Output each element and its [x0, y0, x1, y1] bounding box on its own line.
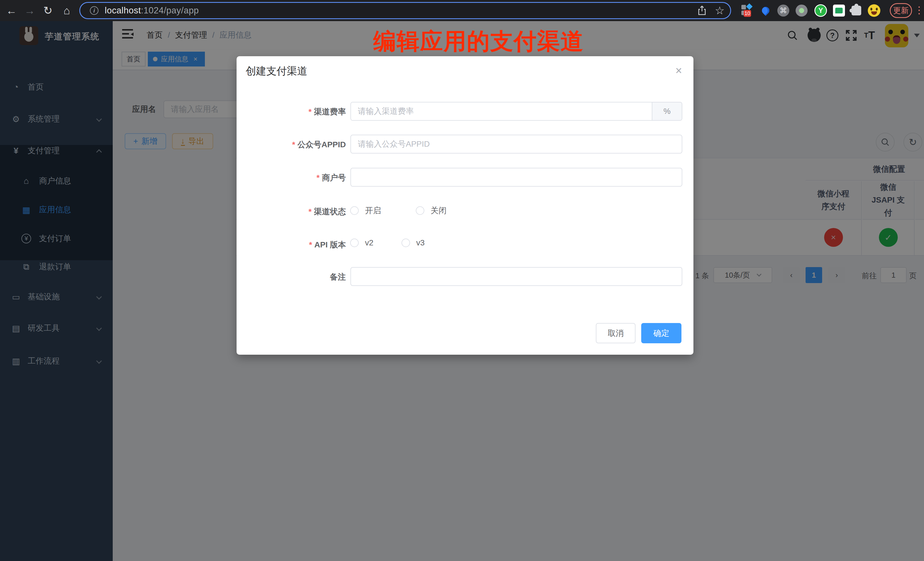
radio-status-closed[interactable] — [416, 206, 424, 215]
browser-home-button[interactable]: ⌂ — [59, 0, 75, 21]
dialog-close-icon[interactable]: × — [675, 65, 682, 76]
share-icon[interactable] — [697, 5, 707, 16]
create-channel-dialog: 创建支付渠道 × *渠道费率 % *公众号APPID *商户号 *渠道状态 开启… — [237, 56, 693, 355]
extension-recorder-icon[interactable] — [795, 4, 808, 17]
browser-reload-button[interactable]: ↻ — [40, 0, 56, 21]
extension-pin-icon[interactable] — [759, 4, 772, 17]
api-label: *API 版本 — [237, 239, 346, 250]
extensions-puzzle-icon[interactable] — [850, 4, 862, 17]
confirm-button[interactable]: 确定 — [641, 323, 681, 343]
mch-input[interactable] — [350, 168, 682, 187]
site-info-icon[interactable]: i — [90, 6, 99, 15]
bookmark-star-icon[interactable]: ☆ — [715, 4, 724, 17]
mch-label: *商户号 — [237, 172, 346, 183]
rate-label: *渠道费率 — [237, 106, 346, 117]
extension-tango-icon[interactable]: 10 — [741, 4, 753, 17]
radio-status-open[interactable] — [350, 206, 359, 215]
profile-avatar-icon[interactable] — [868, 4, 880, 17]
browser-update-button[interactable]: 更新 — [890, 3, 912, 18]
extension-badge: 10 — [744, 10, 751, 17]
extension-y-icon[interactable]: Y — [814, 4, 827, 17]
browser-forward-button[interactable]: → — [22, 0, 38, 21]
remark-input[interactable] — [350, 267, 682, 286]
status-radio-group: 开启 关闭 — [350, 205, 447, 216]
address-bar[interactable]: i localhost:1024/pay/app ☆ — [80, 2, 731, 19]
url-text[interactable]: localhost:1024/pay/app — [105, 5, 199, 16]
percent-append: % — [652, 102, 682, 120]
browser-back-button[interactable]: ← — [3, 0, 20, 21]
radio-api-v3[interactable] — [402, 238, 410, 247]
remark-label: 备注 — [237, 272, 346, 282]
annotation-text: 编辑应用的支付渠道 — [373, 26, 584, 57]
browser-menu-icon[interactable]: ⋮ — [914, 4, 924, 16]
cancel-button[interactable]: 取消 — [596, 323, 636, 343]
extension-chat-icon[interactable] — [832, 4, 845, 17]
extension-command-icon[interactable]: ⌘ — [777, 4, 790, 17]
appid-label: *公众号APPID — [237, 139, 346, 150]
appid-input[interactable] — [350, 135, 682, 153]
screen: ← → ↻ ⌂ i localhost:1024/pay/app ☆ 10 — [0, 0, 924, 561]
status-label: *渠道状态 — [237, 206, 346, 217]
rate-input-group: % — [350, 102, 682, 121]
rate-input[interactable] — [351, 102, 652, 120]
browser-chrome: ← → ↻ ⌂ i localhost:1024/pay/app ☆ 10 — [0, 0, 924, 21]
radio-api-v2[interactable] — [350, 238, 359, 247]
api-radio-group: v2 v3 — [350, 238, 424, 248]
dialog-title: 创建支付渠道 — [246, 64, 308, 78]
